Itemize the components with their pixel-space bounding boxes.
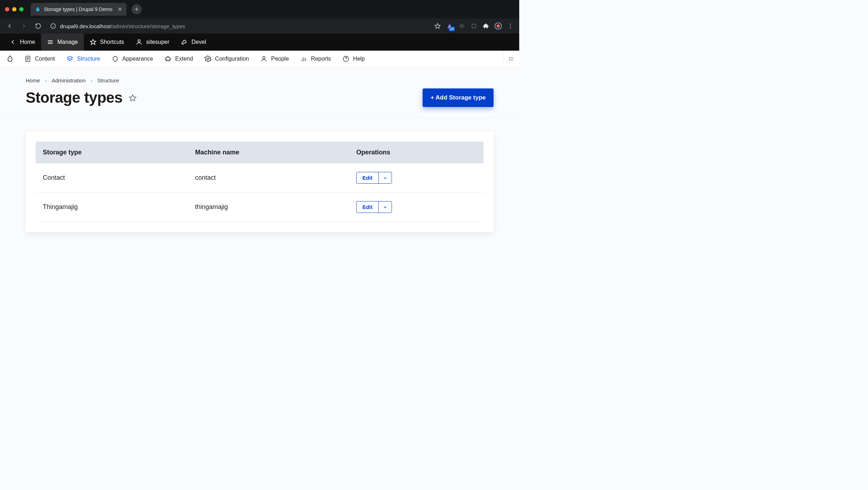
svg-point-15	[138, 40, 141, 42]
column-header-machine: Machine name	[188, 142, 349, 163]
browser-tab[interactable]: Storage types | Drupal 9 Demo ✕	[31, 3, 127, 16]
table-row: Thingamajig thingamajig Edit	[36, 193, 484, 222]
plus-icon: +	[135, 6, 139, 13]
people-icon	[260, 55, 267, 62]
subnav-help[interactable]: Help	[337, 51, 371, 67]
back-arrow-icon	[9, 39, 16, 46]
toolbar-home-label: Home	[20, 39, 35, 45]
svg-point-22	[263, 56, 265, 59]
new-tab-button[interactable]: +	[132, 4, 142, 14]
cell-ops: Edit	[349, 163, 484, 193]
extensions-menu-icon[interactable]	[481, 21, 491, 31]
window-close-dot[interactable]	[5, 7, 9, 11]
toolbar-orientation-toggle[interactable]	[504, 51, 519, 67]
edit-button[interactable]: Edit	[357, 172, 378, 183]
chevron-right-icon: ›	[91, 77, 92, 83]
toolbar-home[interactable]: Home	[4, 34, 41, 51]
table-header-row: Storage type Machine name Operations	[36, 142, 484, 163]
address-bar[interactable]: drupal9.dev.localhost/admin/structure/st…	[46, 21, 427, 31]
subnav-label: Structure	[77, 56, 100, 62]
user-icon	[136, 39, 143, 46]
admin-toolbar: Home Manage Shortcuts sitesuper Devel	[0, 34, 519, 51]
bar-chart-icon	[300, 55, 307, 62]
browser-menu-icon[interactable]	[505, 21, 516, 31]
subnav-label: Help	[353, 56, 365, 62]
subnav-extend[interactable]: Extend	[159, 51, 199, 67]
site-info-icon[interactable]	[48, 21, 58, 31]
hamburger-icon	[47, 39, 54, 46]
subnav-people[interactable]: People	[255, 51, 295, 67]
chevron-down-icon	[383, 205, 388, 210]
layers-icon	[66, 55, 73, 62]
edit-button[interactable]: Edit	[357, 201, 378, 213]
extension-icon[interactable]	[469, 21, 479, 31]
url-text: drupal9.dev.localhost/admin/structure/st…	[60, 23, 185, 29]
toolbar-user-label: sitesuper	[146, 39, 169, 45]
nav-back-button[interactable]	[4, 20, 16, 32]
breadcrumb-structure[interactable]: Structure	[97, 77, 119, 83]
window-zoom-dot[interactable]	[19, 7, 24, 11]
subnav-label: Configuration	[215, 56, 249, 62]
breadcrumb-admin[interactable]: Administration	[52, 77, 86, 83]
toolbar-shortcuts[interactable]: Shortcuts	[84, 34, 130, 51]
listing-card: Storage type Machine name Operations Con…	[26, 132, 494, 232]
svg-marker-14	[90, 40, 96, 45]
subnav-label: Appearance	[122, 56, 153, 62]
ops-dropbutton: Edit	[356, 201, 392, 213]
ops-dropdown-toggle[interactable]	[379, 172, 392, 183]
document-icon	[24, 55, 31, 62]
subnav-configuration[interactable]: Configuration	[199, 51, 255, 67]
add-storage-type-button[interactable]: + Add Storage type	[423, 88, 494, 107]
svg-marker-3	[435, 24, 440, 29]
toolbar-manage[interactable]: Manage	[41, 34, 84, 51]
extension-icon[interactable]	[456, 21, 467, 31]
toolbar-devel-label: Devel	[192, 39, 206, 45]
subnav-label: Reports	[311, 56, 331, 62]
subnav-appearance[interactable]: Appearance	[106, 51, 159, 67]
chevron-down-icon	[383, 175, 388, 180]
extension-row	[432, 21, 516, 31]
cell-name: Thingamajig	[36, 193, 188, 222]
bookmark-star-icon[interactable]	[432, 21, 443, 31]
page-region: Home › Administration › Structure Storag…	[0, 67, 519, 246]
puzzle-icon	[164, 55, 172, 62]
svg-marker-31	[129, 95, 136, 101]
ops-dropdown-toggle[interactable]	[379, 201, 392, 213]
toolbar-devel[interactable]: Devel	[175, 34, 212, 51]
svg-point-5	[472, 24, 476, 28]
nav-forward-button	[18, 20, 30, 32]
subnav-reports[interactable]: Reports	[295, 51, 337, 67]
drupal-logo-icon[interactable]	[1, 55, 19, 62]
subnav-label: Extend	[175, 56, 193, 62]
subnav-label: Content	[35, 56, 55, 62]
svg-point-4	[461, 25, 463, 27]
ops-dropbutton: Edit	[356, 172, 392, 184]
star-icon	[90, 39, 97, 46]
cell-name: Contact	[36, 163, 188, 193]
add-shortcut-star-icon[interactable]	[129, 94, 137, 102]
window-controls	[5, 7, 24, 11]
gear-icon	[204, 55, 211, 62]
svg-marker-20	[67, 56, 73, 59]
breadcrumb-home[interactable]: Home	[26, 77, 40, 83]
appearance-icon	[112, 55, 119, 62]
svg-point-9	[510, 26, 511, 26]
favicon-drupal-icon	[35, 6, 41, 12]
toolbar-user[interactable]: sitesuper	[130, 34, 175, 51]
help-icon	[342, 55, 349, 62]
breadcrumb: Home › Administration › Structure	[0, 67, 519, 83]
subnav-structure[interactable]: Structure	[61, 51, 106, 67]
tab-close-icon[interactable]: ✕	[116, 6, 122, 12]
column-header-name: Storage type	[36, 142, 188, 163]
storage-types-table: Storage type Machine name Operations Con…	[36, 142, 484, 222]
profile-avatar-icon[interactable]	[493, 21, 504, 31]
subnav-label: People	[271, 56, 289, 62]
extension-icon[interactable]	[444, 21, 455, 31]
tab-strip: Storage types | Drupal 9 Demo ✕ +	[0, 0, 519, 19]
tab-title: Storage types | Drupal 9 Demo	[44, 6, 112, 12]
subnav-content[interactable]: Content	[19, 51, 61, 67]
nav-reload-button[interactable]	[32, 20, 44, 32]
svg-point-8	[510, 24, 511, 25]
window-minimize-dot[interactable]	[12, 7, 16, 11]
svg-point-21	[207, 58, 209, 60]
